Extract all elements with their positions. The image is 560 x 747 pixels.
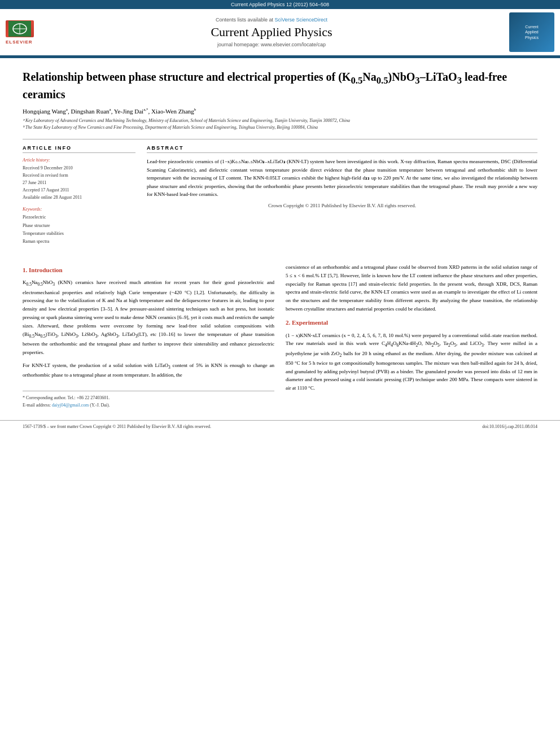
mini-logo-text: CurrentAppliedPhysics bbox=[525, 24, 539, 40]
journal-homepage: journal homepage: www.elsevier.com/locat… bbox=[40, 42, 504, 47]
authors: Hongqiang Wanga, Dingshan Ruana, Ye-Jing… bbox=[23, 107, 537, 115]
journal-citation-text: Current Applied Physics 12 (2012) 504–50… bbox=[231, 2, 329, 7]
experimental-heading: 2. Experimental bbox=[286, 318, 537, 328]
intro-section-title: Introduction bbox=[29, 267, 63, 273]
journal-header: ELSEVIER Contents lists available at Sci… bbox=[0, 9, 560, 56]
received-date: Received 9 December 2010 bbox=[23, 165, 135, 172]
journal-citation-bar: Current Applied Physics 12 (2012) 504–50… bbox=[0, 0, 560, 9]
available-online-date: Available online 28 August 2011 bbox=[23, 194, 135, 202]
footer-copyright: 1567-1739/$ – see front matter Crown Cop… bbox=[23, 424, 211, 429]
abstract-heading: ABSTRACT bbox=[147, 145, 537, 153]
page-footer: 1567-1739/$ – see front matter Crown Cop… bbox=[0, 420, 560, 433]
accepted-date: Accepted 17 August 2011 bbox=[23, 187, 135, 194]
email-link[interactable]: daiyj04@gmail.com bbox=[52, 403, 89, 408]
introduction-heading: 1. Introduction bbox=[23, 265, 274, 276]
footer-doi: doi:10.1016/j.cap.2011.08.014 bbox=[482, 424, 537, 429]
paper-content: Relationship between phase structure and… bbox=[0, 58, 560, 257]
main-body: 1. Introduction K0.5Na0.5NbO3 (KNN) cera… bbox=[0, 257, 560, 420]
section-divider bbox=[23, 139, 537, 139]
intro-paragraph-2: For KNN-LT system, the production of a s… bbox=[23, 361, 274, 379]
keyword-phase-structure: Phase structure bbox=[23, 222, 135, 230]
footnote-area: * Corresponding author. Tel.: +86 22 274… bbox=[23, 391, 274, 409]
contents-available-line: Contents lists available at SciVerse Sci… bbox=[40, 17, 504, 23]
journal-header-center: Contents lists available at SciVerse Sci… bbox=[40, 17, 504, 47]
elsevier-text: ELSEVIER bbox=[6, 40, 33, 45]
keyword-raman: Raman spectra bbox=[23, 238, 135, 246]
footnote-email: E-mail address: daiyj04@gmail.com (Y.-J.… bbox=[23, 402, 274, 409]
abstract-section: ABSTRACT Lead-free piezoelectric ceramic… bbox=[147, 145, 537, 246]
article-info-heading: ARTICLE INFO bbox=[23, 145, 135, 153]
abstract-text: Lead-free piezoelectric ceramics of (1−x… bbox=[147, 158, 537, 198]
intro-section-number: 1. bbox=[23, 267, 27, 273]
journal-mini-logo: CurrentAppliedPhysics bbox=[509, 12, 554, 52]
keywords-label: Keywords: bbox=[23, 207, 135, 212]
intro-paragraph-1: K0.5Na0.5NbO3 (KNN) ceramics have receiv… bbox=[23, 278, 274, 356]
keywords-section: Keywords: Piezoelectric Phase structure … bbox=[23, 207, 135, 246]
keyword-temperature: Temperature stabilities bbox=[23, 230, 135, 238]
exp-section-number: 2. bbox=[286, 319, 290, 326]
sciverse-link[interactable]: SciVerse ScienceDirect bbox=[275, 17, 328, 23]
right-paragraph-1: coexistence of an orthorhombic and a tet… bbox=[286, 263, 537, 313]
article-info-abstract-section: ARTICLE INFO Article history: Received 9… bbox=[23, 145, 537, 246]
article-history-label: Article history: bbox=[23, 158, 135, 163]
article-info-column: ARTICLE INFO Article history: Received 9… bbox=[23, 145, 135, 246]
revised-date: Received in revised form27 June 2011 bbox=[23, 172, 135, 187]
affiliation-b: ᵇ The State Key Laboratory of New Cerami… bbox=[23, 124, 537, 131]
experimental-paragraph: (1 − x)KNN-xLT ceramics (x = 0, 2, 4, 5,… bbox=[286, 331, 537, 393]
footnote-corresponding: * Corresponding author. Tel.: +86 22 274… bbox=[23, 395, 274, 402]
paper-title: Relationship between phase structure and… bbox=[23, 69, 537, 102]
affiliation-a: ᵃ Key Laboratory of Advanced Ceramics an… bbox=[23, 117, 537, 124]
keyword-piezoelectric: Piezoelectric bbox=[23, 213, 135, 221]
left-body-column: 1. Introduction K0.5Na0.5NbO3 (KNN) cera… bbox=[23, 263, 274, 409]
affiliations: ᵃ Key Laboratory of Advanced Ceramics an… bbox=[23, 117, 537, 131]
journal-title: Current Applied Physics bbox=[40, 25, 504, 40]
elsevier-logo: ELSEVIER bbox=[6, 20, 34, 45]
exp-section-title: Experimental bbox=[292, 319, 328, 326]
copyright-line: Crown Copyright © 2011 Published by Else… bbox=[147, 203, 537, 208]
elsevier-icon bbox=[6, 20, 34, 37]
right-body-column: coexistence of an orthorhombic and a tet… bbox=[286, 263, 537, 409]
